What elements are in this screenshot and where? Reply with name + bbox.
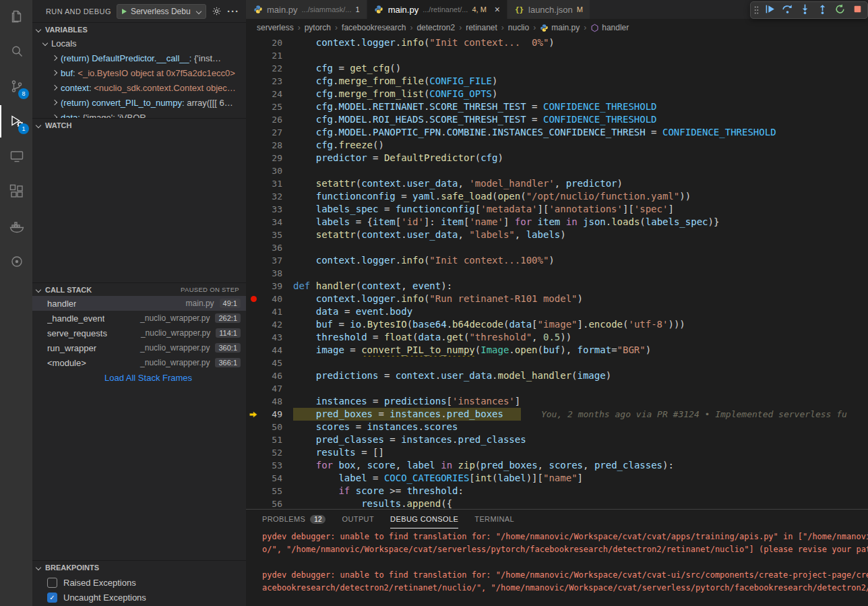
debug-step-out-button[interactable] (813, 2, 831, 18)
code-line[interactable]: 55 if score >= threshold: (246, 485, 868, 497)
code-line[interactable]: 50 scores = instances.scores (246, 421, 868, 433)
gutter-breakpoint-column[interactable] (246, 459, 261, 472)
call-stack-section-header[interactable]: CALL STACK PAUSED ON STEP (32, 282, 246, 296)
variable-row[interactable]: (return) DefaultPredictor.__call__: {'in… (32, 51, 246, 65)
code-line[interactable]: 47 (246, 382, 868, 395)
stack-frame[interactable]: <module>_nuclio_wrapper.py366:1 (32, 355, 246, 370)
gutter-breakpoint-column[interactable] (246, 241, 261, 254)
code-line[interactable]: 38 (246, 267, 868, 280)
debug-continue-button[interactable] (761, 2, 778, 18)
gutter-breakpoint-column[interactable] (246, 203, 261, 216)
gutter-breakpoint-column[interactable] (246, 318, 261, 331)
code-line[interactable]: 22 cfg = get_cfg() (246, 62, 868, 75)
code-line[interactable]: 48 instances = predictions['instances'] (246, 395, 868, 408)
gutter-breakpoint-column[interactable] (246, 357, 261, 369)
panel-tab-problems[interactable]: PROBLEMS12 (262, 510, 326, 528)
debug-step-over-button[interactable] (778, 2, 796, 18)
gutter-breakpoint-column[interactable] (246, 305, 261, 318)
gutter-breakpoint-column[interactable] (246, 126, 261, 139)
code-line[interactable]: 33 labels_spec = functionconfig['metadat… (246, 203, 868, 216)
gutter-breakpoint-column[interactable] (246, 433, 261, 446)
panel-tab-terminal[interactable]: TERMINAL (474, 510, 514, 528)
editor-tab[interactable]: main.py.../retinanet/...4, M× (367, 0, 507, 19)
code-line[interactable]: 37 context.logger.info("Init context...1… (246, 254, 868, 267)
code-line[interactable]: 21 (246, 49, 868, 62)
code-line[interactable]: 23 cfg.merge_from_file(CONFIG_FILE) (246, 75, 868, 88)
code-line[interactable]: 36 (246, 241, 868, 254)
gutter-breakpoint-column[interactable] (246, 446, 261, 459)
variable-row[interactable]: buf: <_io.BytesIO object at 0x7f5a2dc1ec… (32, 65, 246, 80)
code-line[interactable]: 54 label = COCO_CATEGORIES[int(label)]["… (246, 472, 868, 485)
code-line[interactable]: 26 cfg.MODEL.ROI_HEADS.SCORE_THRESH_TEST… (246, 113, 868, 126)
breakpoint-row[interactable]: Raised Exceptions (32, 575, 246, 590)
variable-row[interactable]: data: {'image': 'iVBOR… (32, 110, 246, 118)
gutter-breakpoint-column[interactable] (246, 152, 261, 164)
code-line[interactable]: 45 (246, 357, 868, 369)
code-line[interactable]: 53 for box, score, label in zip(pred_box… (246, 459, 868, 472)
views-more-actions-icon[interactable]: ··· (227, 5, 239, 17)
gutter-breakpoint-column[interactable] (246, 408, 261, 421)
gutter-breakpoint-column[interactable] (246, 88, 261, 100)
stack-frame[interactable]: serve_requests_nuclio_wrapper.py114:1 (32, 326, 246, 340)
activity-item-run-and-debug[interactable]: 1 (0, 105, 32, 138)
gutter-breakpoint-column[interactable] (246, 229, 261, 241)
code-line[interactable]: 25 cfg.MODEL.RETINANET.SCORE_THRESH_TEST… (246, 100, 868, 113)
activity-item-source-control[interactable]: 8 (0, 70, 32, 102)
code-line[interactable]: 49 pred_boxes = instances.pred_boxesYou,… (246, 408, 868, 421)
debug-settings-gear-icon[interactable] (212, 6, 222, 16)
breadcrumb-item[interactable]: pytorch (305, 23, 331, 32)
gutter-breakpoint-column[interactable] (246, 472, 261, 485)
gutter-breakpoint-column[interactable] (246, 485, 261, 497)
code-line[interactable]: 28 cfg.freeze() (246, 139, 868, 152)
gutter-breakpoint-column[interactable] (246, 139, 261, 152)
gutter-breakpoint-column[interactable] (246, 216, 261, 229)
breadcrumb-item[interactable]: handler (590, 23, 629, 32)
breadcrumb-item[interactable]: serverless (257, 23, 294, 32)
gutter-breakpoint-column[interactable] (246, 49, 261, 62)
code-line[interactable]: 27 cfg.MODEL.PANOPTIC_FPN.COMBINE.INSTAN… (246, 126, 868, 139)
checkbox[interactable] (47, 578, 57, 588)
breadcrumb-item[interactable]: retinanet (466, 23, 497, 32)
code-line[interactable]: 44 image = convert_PIL_to_numpy(Image.op… (246, 344, 868, 357)
gutter-breakpoint-column[interactable] (246, 497, 261, 509)
gutter-breakpoint-column[interactable] (246, 100, 261, 113)
toolbar-drag-grip-icon[interactable] (752, 5, 761, 16)
code-line[interactable]: 51 pred_classes = instances.pred_classes (246, 433, 868, 446)
load-all-stack-frames-link[interactable]: Load All Stack Frames (32, 370, 246, 385)
gutter-breakpoint-column[interactable] (246, 369, 261, 382)
stack-frame[interactable]: _handle_event_nuclio_wrapper.py262:1 (32, 311, 246, 326)
gutter-breakpoint-column[interactable] (246, 280, 261, 293)
debug-restart-button[interactable] (831, 2, 848, 18)
code-line[interactable]: 41 data = event.body (246, 305, 868, 318)
scope-locals[interactable]: Locals (32, 36, 246, 51)
activity-item-test-explorer[interactable] (0, 245, 32, 278)
gutter-breakpoint-column[interactable] (246, 421, 261, 433)
code-line[interactable]: 43 threshold = float(data.get("threshold… (246, 331, 868, 344)
gutter-breakpoint-column[interactable] (246, 75, 261, 88)
debug-stop-button[interactable] (848, 2, 866, 18)
code-line[interactable]: 40 context.logger.info("Run retinanet-R1… (246, 293, 868, 305)
editor-tab[interactable]: {}launch.jsonM (507, 0, 590, 19)
activity-item-explorer[interactable] (0, 0, 32, 32)
gutter-breakpoint-column[interactable] (246, 254, 261, 267)
code-line[interactable]: 24 cfg.merge_from_list(CONFIG_OPTS) (246, 88, 868, 100)
code-line[interactable]: 52 results = [] (246, 446, 868, 459)
gutter-breakpoint-column[interactable] (246, 382, 261, 395)
variable-row[interactable]: context: <nuclio_sdk.context.Context obj… (32, 80, 246, 95)
editor-tab[interactable]: main.py.../siammask/...1 (246, 0, 367, 19)
activity-item-docker[interactable] (0, 210, 32, 243)
code-editor[interactable]: 20 context.logger.info("Init context... … (246, 36, 868, 509)
watch-section-header[interactable]: WATCH (32, 118, 246, 131)
debug-step-into-button[interactable] (796, 2, 813, 18)
gutter-breakpoint-column[interactable] (246, 113, 261, 126)
activity-item-search[interactable] (0, 35, 32, 67)
gutter-breakpoint-column[interactable] (246, 164, 261, 177)
breadcrumb-item[interactable]: facebookresearch (342, 23, 406, 32)
code-line[interactable]: 42 buf = io.BytesIO(base64.b64decode(dat… (246, 318, 868, 331)
stack-frame[interactable]: handlermain.py49:1 (32, 296, 246, 311)
gutter-breakpoint-column[interactable] (246, 395, 261, 408)
gutter-breakpoint-column[interactable] (246, 62, 261, 75)
activity-item-extensions[interactable] (0, 175, 32, 208)
activity-item-remote-explorer[interactable] (0, 140, 32, 173)
stack-frame[interactable]: run_wrapper_nuclio_wrapper.py360:1 (32, 340, 246, 355)
